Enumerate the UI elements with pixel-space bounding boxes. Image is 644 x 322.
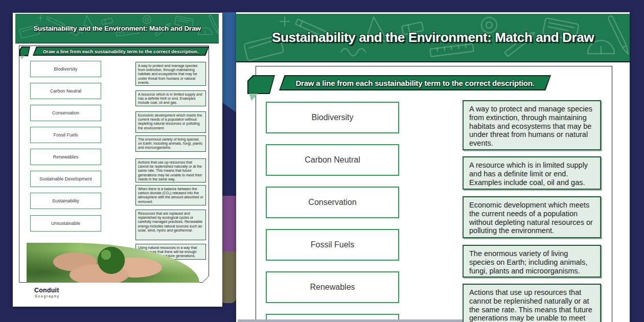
term-box: Sustainability	[30, 193, 101, 209]
worksheet-header-band: Sustainability and the Environment: Matc…	[15, 14, 219, 43]
worksheet-preview-full-page[interactable]: Sustainability and the Environment: Matc…	[13, 13, 222, 307]
description-box: Economic development which meets the cur…	[135, 111, 206, 133]
description-box: A resource which is in limited supply an…	[135, 90, 206, 106]
worksheet-header-band: Sustainability and the Environment: Matc…	[236, 14, 630, 62]
instruction-text: Draw a line from each sustainability ter…	[279, 75, 551, 90]
term-box: Conservation	[266, 187, 399, 218]
description-box: A resource which is in limited supply an…	[463, 156, 601, 190]
term-box: Biodiversity	[30, 61, 101, 77]
instruction-banner: Draw a line from each sustainability ter…	[279, 75, 551, 90]
conduit-logo: Conduit	[34, 287, 59, 294]
page-title: Sustainability and the Environment: Matc…	[15, 14, 219, 43]
description-box: The enormous variety of living species o…	[135, 135, 206, 152]
resource-preview-screenshot: { "worksheet": { "title": "Sustainabilit…	[0, 0, 644, 322]
description-box: Economic development which meets the cur…	[463, 196, 601, 238]
description-box: When there is a balance between the carb…	[135, 185, 206, 205]
description-box: Actions that use up resources that canno…	[463, 284, 601, 322]
conduit-logo-subbrand: Geography	[35, 294, 60, 298]
description-box: A way to protect and manage species from…	[135, 62, 206, 86]
term-box: Biodiversity	[266, 102, 399, 133]
term-box: Fossil Fuels	[266, 229, 399, 261]
instruction-text: Draw a line from each sustainability ter…	[33, 47, 209, 56]
term-box: Renewables	[266, 271, 399, 303]
page-title: Sustainability and the Environment: Matc…	[236, 14, 630, 61]
description-box: Resources that are replaced and replenis…	[135, 210, 206, 240]
term-box: Sustainable Development	[30, 171, 101, 187]
term-box: Conservation	[30, 105, 101, 121]
description-box: A way to protect and manage species from…	[463, 100, 601, 150]
term-box: Unsustainable	[30, 215, 101, 232]
instruction-banner: Draw a line from each sustainability ter…	[33, 47, 209, 56]
description-box: The enormous variety of living species o…	[463, 245, 601, 278]
term-box: Fossil Fuels	[30, 127, 101, 143]
term-box: Carbon Neutral	[30, 83, 101, 99]
worksheet-preview-zoomed-page[interactable]: Sustainability and the Environment: Matc…	[236, 12, 630, 322]
term-box: Carbon Neutral	[266, 144, 399, 176]
term-box: Renewables	[30, 149, 101, 165]
description-box: Actions that use up resources that canno…	[135, 158, 206, 182]
